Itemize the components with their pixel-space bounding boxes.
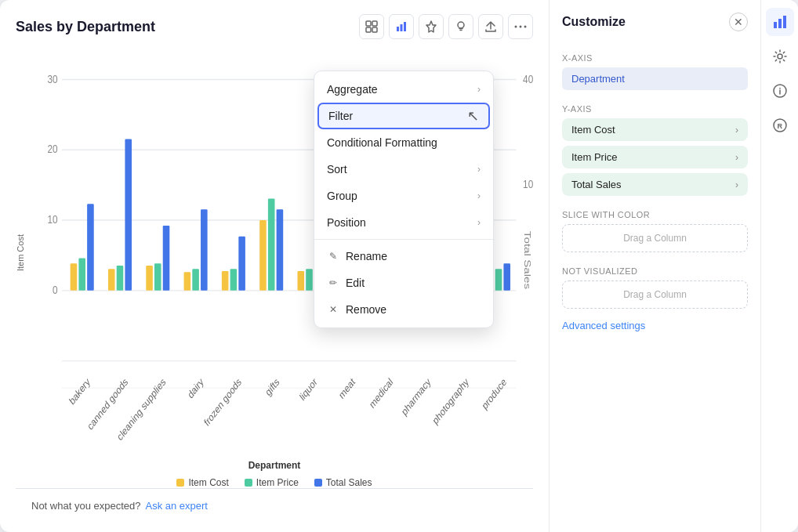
chevron-right-icon-position: › — [477, 217, 481, 228]
ask-expert-link[interactable]: Ask an expert — [145, 500, 208, 512]
svg-rect-5 — [401, 24, 403, 31]
svg-point-8 — [515, 26, 517, 28]
svg-rect-43 — [306, 269, 313, 291]
svg-text:medical: medical — [368, 376, 395, 411]
x-axis-label: Department — [16, 460, 533, 471]
legend-dot-cost — [176, 479, 184, 487]
svg-rect-2 — [366, 27, 371, 32]
menu-item-position[interactable]: Position › — [314, 209, 493, 236]
svg-rect-25 — [78, 258, 85, 290]
more-button[interactable] — [508, 14, 533, 39]
legend-item-cost: Item Cost — [176, 477, 228, 488]
y-axis-label: Item Cost — [16, 234, 25, 271]
not-expected-text: Not what you expected? — [31, 500, 140, 512]
chevron-right-icon-cost: › — [735, 125, 738, 136]
main-area: Sales by Department — [0, 0, 549, 532]
svg-rect-34 — [192, 269, 199, 291]
not-visualized-drag-zone[interactable]: Drag a Column — [562, 280, 748, 309]
svg-text:40: 40 — [523, 72, 533, 85]
legend-item-price: Item Price — [245, 477, 299, 488]
chevron-right-icon: › — [477, 84, 481, 95]
svg-rect-31 — [154, 263, 161, 291]
cursor-icon: ↖ — [466, 110, 479, 122]
svg-rect-30 — [146, 266, 153, 291]
chevron-right-icon-sales: › — [735, 179, 738, 190]
svg-text:R: R — [777, 122, 782, 130]
customize-panel: Customize ✕ X-axis Department Y-axis Ite… — [549, 0, 760, 532]
legend-item-sales: Total Sales — [314, 477, 372, 488]
svg-rect-26 — [87, 204, 94, 291]
svg-rect-39 — [259, 220, 267, 291]
svg-text:meat: meat — [337, 375, 357, 401]
menu-item-conditional-formatting[interactable]: Conditional Formatting — [314, 129, 493, 156]
svg-text:0: 0 — [53, 284, 58, 297]
x-axis-section-label: X-axis — [562, 53, 748, 63]
menu-item-sort[interactable]: Sort › — [314, 156, 493, 183]
svg-rect-35 — [201, 209, 208, 291]
y-axis-item-sales[interactable]: Total Sales › — [562, 173, 748, 196]
menu-item-group[interactable]: Group › — [314, 183, 493, 209]
svg-rect-40 — [268, 198, 275, 290]
info-sidebar-button[interactable] — [766, 77, 794, 105]
svg-text:pharmacy: pharmacy — [400, 375, 433, 418]
advanced-settings-link[interactable]: Advanced settings — [562, 320, 748, 331]
context-menu: Aggregate › Filter ↖ Conditional Formatt… — [314, 71, 494, 328]
menu-divider — [314, 239, 493, 240]
svg-rect-32 — [163, 226, 170, 291]
chart-legend: Item Cost Item Price Total Sales — [16, 477, 533, 488]
y-axis-item-price[interactable]: Item Price › — [562, 146, 748, 168]
svg-text:gifts: gifts — [263, 376, 281, 399]
close-customize-button[interactable]: ✕ — [729, 13, 748, 31]
chevron-right-icon-price: › — [735, 152, 738, 163]
svg-text:produce: produce — [481, 376, 509, 412]
chevron-right-icon-sort: › — [477, 164, 481, 175]
svg-rect-6 — [404, 22, 406, 31]
chart-view-button[interactable] — [389, 14, 414, 39]
svg-point-75 — [778, 54, 782, 59]
svg-text:photography: photography — [431, 375, 471, 427]
svg-text:bakery: bakery — [67, 375, 92, 407]
svg-rect-41 — [277, 209, 284, 291]
chevron-right-icon-group: › — [477, 190, 481, 201]
bottom-bar: Not what you expected? Ask an expert — [16, 488, 533, 523]
legend-dot-price — [245, 479, 252, 487]
settings-sidebar-button[interactable] — [766, 42, 794, 71]
svg-rect-58 — [495, 269, 502, 291]
icon-sidebar: R — [760, 0, 798, 532]
svg-rect-36 — [222, 271, 229, 291]
svg-text:Total Sales: Total Sales — [523, 231, 533, 289]
svg-text:frozen goods: frozen goods — [202, 376, 243, 429]
svg-text:10: 10 — [47, 213, 58, 226]
svg-rect-3 — [372, 27, 377, 32]
slice-drag-zone[interactable]: Drag a Column — [562, 224, 748, 252]
svg-text:liquor: liquor — [298, 376, 319, 404]
menu-item-filter[interactable]: Filter ↖ — [317, 103, 490, 129]
edit-icon: ✏ — [327, 277, 339, 289]
r-sidebar-button[interactable]: R — [766, 111, 794, 139]
svg-rect-74 — [783, 16, 786, 28]
header-row: Sales by Department — [16, 14, 533, 39]
svg-rect-37 — [230, 269, 238, 291]
insight-button[interactable] — [448, 14, 473, 39]
x-axis-value[interactable]: Department — [562, 67, 748, 90]
bar-chart-sidebar-button[interactable] — [766, 8, 794, 36]
svg-rect-73 — [778, 19, 782, 28]
y-axis-item-cost[interactable]: Item Cost › — [562, 118, 748, 141]
rename-icon: ✎ — [327, 250, 339, 262]
svg-rect-59 — [503, 263, 510, 291]
svg-rect-42 — [297, 271, 304, 291]
menu-item-edit[interactable]: ✏ Edit — [314, 270, 493, 296]
svg-rect-38 — [238, 237, 245, 291]
svg-rect-29 — [125, 139, 132, 290]
svg-point-7 — [458, 22, 464, 28]
menu-item-remove[interactable]: ✕ Remove — [314, 296, 493, 323]
menu-item-rename[interactable]: ✎ Rename — [314, 243, 493, 270]
table-view-button[interactable] — [359, 14, 384, 39]
svg-rect-27 — [108, 269, 115, 291]
pin-button[interactable] — [419, 14, 444, 39]
slice-label: Slice with color — [562, 210, 748, 219]
toolbar — [359, 14, 533, 39]
svg-rect-72 — [774, 22, 777, 28]
share-button[interactable] — [478, 14, 503, 39]
menu-item-aggregate[interactable]: Aggregate › — [314, 76, 493, 103]
